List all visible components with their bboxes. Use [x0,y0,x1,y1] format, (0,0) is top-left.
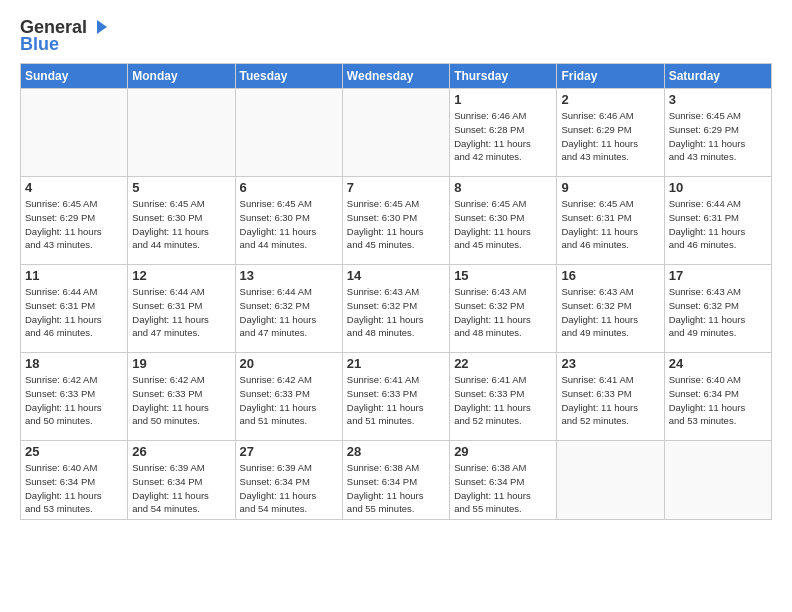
calendar-week-row: 25Sunrise: 6:40 AM Sunset: 6:34 PM Dayli… [21,441,772,520]
day-info: Sunrise: 6:44 AM Sunset: 6:31 PM Dayligh… [669,197,767,252]
calendar-cell [128,89,235,177]
weekday-header-thursday: Thursday [450,64,557,89]
day-info: Sunrise: 6:38 AM Sunset: 6:34 PM Dayligh… [454,461,552,516]
day-number: 7 [347,180,445,195]
day-info: Sunrise: 6:43 AM Sunset: 6:32 PM Dayligh… [561,285,659,340]
weekday-header-wednesday: Wednesday [342,64,449,89]
day-info: Sunrise: 6:44 AM Sunset: 6:31 PM Dayligh… [132,285,230,340]
day-info: Sunrise: 6:42 AM Sunset: 6:33 PM Dayligh… [240,373,338,428]
day-number: 9 [561,180,659,195]
day-number: 20 [240,356,338,371]
calendar-cell: 19Sunrise: 6:42 AM Sunset: 6:33 PM Dayli… [128,353,235,441]
day-number: 17 [669,268,767,283]
logo-blue-text: Blue [20,34,59,55]
day-info: Sunrise: 6:39 AM Sunset: 6:34 PM Dayligh… [240,461,338,516]
weekday-header-friday: Friday [557,64,664,89]
calendar-cell: 7Sunrise: 6:45 AM Sunset: 6:30 PM Daylig… [342,177,449,265]
calendar-cell: 9Sunrise: 6:45 AM Sunset: 6:31 PM Daylig… [557,177,664,265]
calendar-cell: 10Sunrise: 6:44 AM Sunset: 6:31 PM Dayli… [664,177,771,265]
svg-marker-0 [97,20,107,34]
day-number: 29 [454,444,552,459]
calendar-cell [21,89,128,177]
calendar-cell: 27Sunrise: 6:39 AM Sunset: 6:34 PM Dayli… [235,441,342,520]
day-info: Sunrise: 6:41 AM Sunset: 6:33 PM Dayligh… [454,373,552,428]
calendar-week-row: 11Sunrise: 6:44 AM Sunset: 6:31 PM Dayli… [21,265,772,353]
calendar-cell: 21Sunrise: 6:41 AM Sunset: 6:33 PM Dayli… [342,353,449,441]
calendar-cell: 25Sunrise: 6:40 AM Sunset: 6:34 PM Dayli… [21,441,128,520]
calendar-cell: 23Sunrise: 6:41 AM Sunset: 6:33 PM Dayli… [557,353,664,441]
day-info: Sunrise: 6:42 AM Sunset: 6:33 PM Dayligh… [132,373,230,428]
calendar-cell [664,441,771,520]
calendar-cell: 8Sunrise: 6:45 AM Sunset: 6:30 PM Daylig… [450,177,557,265]
day-number: 15 [454,268,552,283]
day-number: 8 [454,180,552,195]
day-number: 11 [25,268,123,283]
calendar-cell: 16Sunrise: 6:43 AM Sunset: 6:32 PM Dayli… [557,265,664,353]
calendar-cell: 18Sunrise: 6:42 AM Sunset: 6:33 PM Dayli… [21,353,128,441]
calendar-cell: 11Sunrise: 6:44 AM Sunset: 6:31 PM Dayli… [21,265,128,353]
day-info: Sunrise: 6:45 AM Sunset: 6:30 PM Dayligh… [454,197,552,252]
weekday-header-monday: Monday [128,64,235,89]
day-info: Sunrise: 6:44 AM Sunset: 6:32 PM Dayligh… [240,285,338,340]
calendar-cell: 4Sunrise: 6:45 AM Sunset: 6:29 PM Daylig… [21,177,128,265]
day-info: Sunrise: 6:45 AM Sunset: 6:30 PM Dayligh… [347,197,445,252]
day-info: Sunrise: 6:45 AM Sunset: 6:31 PM Dayligh… [561,197,659,252]
day-info: Sunrise: 6:38 AM Sunset: 6:34 PM Dayligh… [347,461,445,516]
day-number: 16 [561,268,659,283]
logo: General Blue [20,16,111,55]
day-info: Sunrise: 6:45 AM Sunset: 6:30 PM Dayligh… [240,197,338,252]
day-number: 13 [240,268,338,283]
day-info: Sunrise: 6:45 AM Sunset: 6:30 PM Dayligh… [132,197,230,252]
calendar-cell: 26Sunrise: 6:39 AM Sunset: 6:34 PM Dayli… [128,441,235,520]
calendar-cell: 1Sunrise: 6:46 AM Sunset: 6:28 PM Daylig… [450,89,557,177]
calendar-cell [557,441,664,520]
day-number: 24 [669,356,767,371]
calendar-week-row: 4Sunrise: 6:45 AM Sunset: 6:29 PM Daylig… [21,177,772,265]
day-info: Sunrise: 6:40 AM Sunset: 6:34 PM Dayligh… [25,461,123,516]
day-number: 6 [240,180,338,195]
day-number: 2 [561,92,659,107]
calendar-cell [342,89,449,177]
calendar-cell [235,89,342,177]
day-info: Sunrise: 6:43 AM Sunset: 6:32 PM Dayligh… [669,285,767,340]
calendar-cell: 5Sunrise: 6:45 AM Sunset: 6:30 PM Daylig… [128,177,235,265]
day-info: Sunrise: 6:46 AM Sunset: 6:28 PM Dayligh… [454,109,552,164]
day-number: 14 [347,268,445,283]
day-number: 21 [347,356,445,371]
weekday-header-tuesday: Tuesday [235,64,342,89]
day-number: 10 [669,180,767,195]
calendar-cell: 14Sunrise: 6:43 AM Sunset: 6:32 PM Dayli… [342,265,449,353]
calendar-cell: 22Sunrise: 6:41 AM Sunset: 6:33 PM Dayli… [450,353,557,441]
day-info: Sunrise: 6:44 AM Sunset: 6:31 PM Dayligh… [25,285,123,340]
day-info: Sunrise: 6:41 AM Sunset: 6:33 PM Dayligh… [347,373,445,428]
calendar-cell: 15Sunrise: 6:43 AM Sunset: 6:32 PM Dayli… [450,265,557,353]
calendar-cell: 13Sunrise: 6:44 AM Sunset: 6:32 PM Dayli… [235,265,342,353]
day-info: Sunrise: 6:45 AM Sunset: 6:29 PM Dayligh… [669,109,767,164]
calendar-table: SundayMondayTuesdayWednesdayThursdayFrid… [20,63,772,520]
day-info: Sunrise: 6:46 AM Sunset: 6:29 PM Dayligh… [561,109,659,164]
calendar-cell: 24Sunrise: 6:40 AM Sunset: 6:34 PM Dayli… [664,353,771,441]
calendar-cell: 12Sunrise: 6:44 AM Sunset: 6:31 PM Dayli… [128,265,235,353]
day-info: Sunrise: 6:40 AM Sunset: 6:34 PM Dayligh… [669,373,767,428]
day-number: 25 [25,444,123,459]
day-number: 27 [240,444,338,459]
day-number: 22 [454,356,552,371]
day-number: 12 [132,268,230,283]
weekday-header-saturday: Saturday [664,64,771,89]
calendar-cell: 2Sunrise: 6:46 AM Sunset: 6:29 PM Daylig… [557,89,664,177]
day-info: Sunrise: 6:45 AM Sunset: 6:29 PM Dayligh… [25,197,123,252]
day-info: Sunrise: 6:43 AM Sunset: 6:32 PM Dayligh… [347,285,445,340]
page: General Blue SundayMondayTuesdayWednesda… [0,0,792,612]
logo-icon [89,16,111,38]
calendar-cell: 17Sunrise: 6:43 AM Sunset: 6:32 PM Dayli… [664,265,771,353]
day-number: 1 [454,92,552,107]
header: General Blue [20,16,772,55]
calendar-cell: 3Sunrise: 6:45 AM Sunset: 6:29 PM Daylig… [664,89,771,177]
weekday-header-sunday: Sunday [21,64,128,89]
calendar-cell: 20Sunrise: 6:42 AM Sunset: 6:33 PM Dayli… [235,353,342,441]
day-number: 3 [669,92,767,107]
calendar-week-row: 1Sunrise: 6:46 AM Sunset: 6:28 PM Daylig… [21,89,772,177]
day-number: 19 [132,356,230,371]
day-info: Sunrise: 6:43 AM Sunset: 6:32 PM Dayligh… [454,285,552,340]
calendar-week-row: 18Sunrise: 6:42 AM Sunset: 6:33 PM Dayli… [21,353,772,441]
